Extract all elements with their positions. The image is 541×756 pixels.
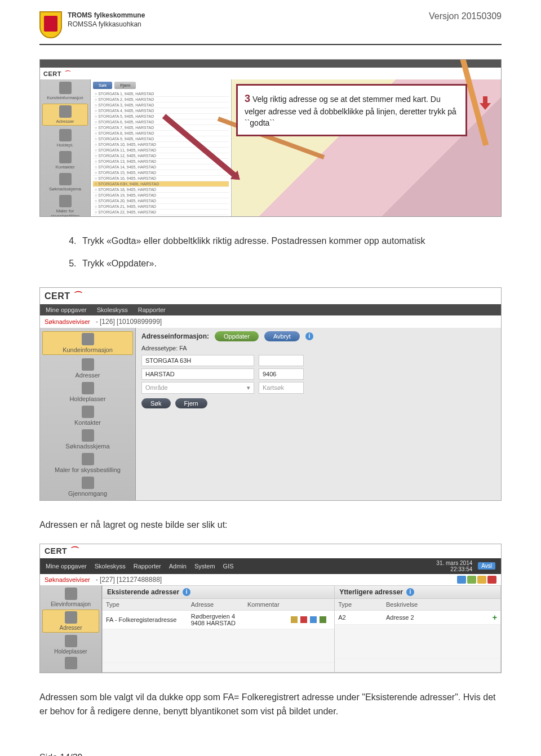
- sidebar-item-kontakter[interactable]: Kontakter: [42, 406, 133, 426]
- sidebar-item-holdeplasser[interactable]: Holdeplasser: [42, 382, 133, 402]
- wizard-title: Søknadsveiviser: [45, 318, 90, 325]
- info-icon[interactable]: i: [406, 588, 414, 596]
- menu-admin[interactable]: Admin: [169, 563, 187, 570]
- adresseinfo-label: Adresseinformasjon:: [141, 332, 209, 340]
- cert-logo: CERT: [43, 70, 61, 77]
- poststed-field[interactable]: HARSTAD: [141, 368, 254, 380]
- omrade-select[interactable]: Område: [141, 382, 254, 394]
- para-bottom: Adressen som ble valgt vil da dukke opp …: [39, 690, 502, 719]
- cert-logo-3: CERT: [45, 546, 67, 555]
- org-line-1: TROMS fylkeskommune: [68, 11, 145, 20]
- tab-sok[interactable]: Søk: [93, 82, 112, 89]
- avbryt-button[interactable]: Avbryt: [264, 331, 300, 341]
- shot1-sidebar: Kundeinformasjon Adresser Holdepl. Konta…: [40, 79, 91, 217]
- table-row[interactable]: A2 Adresse 2 +: [335, 610, 500, 624]
- crest-icon: [39, 11, 62, 38]
- sidebar-item-adresser[interactable]: Adresser: [42, 104, 88, 126]
- postnr-field[interactable]: 9406: [259, 368, 304, 380]
- add-plus-icon[interactable]: +: [493, 613, 497, 622]
- page-footer: Side 14/39: [39, 753, 502, 756]
- icon-1[interactable]: [457, 576, 466, 584]
- cert-swoosh-icon: ⌒: [70, 545, 79, 557]
- instruction-list: Trykk «Godta» eller dobbeltklikk riktig …: [56, 234, 502, 270]
- delete-icon[interactable]: [300, 616, 307, 623]
- eksisterende-adresser-table: Type Adresse Kommentar FA - Folkeregiste…: [103, 599, 334, 663]
- time-label: 22:33:54: [436, 566, 472, 572]
- menu-rapporter[interactable]: Rapporter: [134, 563, 161, 570]
- page-header: TROMS fylkeskommune ROMSSA fylkkasuohkan…: [39, 11, 502, 45]
- sidebar-item-elevinformasjon[interactable]: Elevinformasjon: [42, 588, 99, 607]
- ytterligere-adresser-title: Ytterligere adresser: [339, 588, 403, 596]
- wizard-id-3: - [227] [12127488888]: [96, 576, 162, 584]
- check-icon[interactable]: [320, 616, 326, 623]
- fjern-button[interactable]: Fjern: [175, 398, 207, 408]
- gateadresse-field[interactable]: STORGATA 63H: [141, 355, 254, 366]
- edit-pencil-icon[interactable]: [291, 616, 298, 623]
- version-label: Versjon 20150309: [429, 11, 502, 21]
- avslutt-button[interactable]: Avsl: [478, 562, 495, 570]
- sok-button[interactable]: Søk: [141, 398, 171, 408]
- table-row[interactable]: FA - Folkeregisteradresse Rødbergveien 4…: [103, 610, 334, 629]
- screenshot-1: CERT ⌒ Kundeinformasjon Adresser Holdepl…: [39, 59, 502, 217]
- menu-gis[interactable]: GIS: [223, 563, 234, 570]
- tab-fjern[interactable]: Fjern: [114, 82, 136, 89]
- sidebar-item-kundeinformasjon[interactable]: Kundeinformasjon: [42, 331, 133, 355]
- menu-rapporter[interactable]: Rapporter: [138, 306, 166, 313]
- shot2-menubar: Mine oppgaver Skoleskyss Rapporter: [40, 304, 501, 315]
- para-after-shot2: Adressen er nå lagret og neste bilde ser…: [39, 518, 502, 532]
- oppdater-button[interactable]: Oppdater: [215, 331, 259, 341]
- icon-3[interactable]: [477, 576, 486, 584]
- org-line-2: ROMSSA fylkkasuohkan: [68, 20, 145, 29]
- screenshot-3: CERT ⌒ Mine oppgaver Skoleskyss Rapporte…: [39, 544, 502, 673]
- wizard-id: - [126] [10109899999]: [96, 318, 162, 326]
- enhet-field[interactable]: [259, 355, 304, 366]
- step-4: Trykk «Godta» eller dobbeltklikk riktig …: [79, 234, 502, 248]
- menu-skoleskyss[interactable]: Skoleskyss: [97, 306, 128, 313]
- cert-swoosh-icon: ⌒: [74, 290, 83, 302]
- address-result-list[interactable]: Søk Fjern ○ STORGATA 1, 9405, HARSTAD ○ …: [91, 79, 232, 217]
- sidebar-item-gjennomgang[interactable]: Gjennomgang: [42, 477, 133, 497]
- arrow-down-icon: [481, 96, 490, 110]
- kartsok-field[interactable]: Kartsøk: [259, 382, 304, 394]
- icon-2[interactable]: [467, 576, 476, 584]
- info-icon[interactable]: i: [305, 332, 313, 340]
- sidebar-item-adresser[interactable]: Adresser: [42, 358, 133, 379]
- menu-system[interactable]: System: [194, 563, 215, 570]
- sidebar-item-soknadsskjema[interactable]: Søknadsskjema: [42, 429, 133, 450]
- cert-swoosh-icon: ⌒: [65, 69, 71, 78]
- menu-mine-oppgaver[interactable]: Mine oppgaver: [46, 563, 87, 570]
- ytterligere-adresser-table: Type Beskrivelse A2 Adresse 2 +: [335, 599, 500, 659]
- info-icon[interactable]: i: [183, 588, 190, 596]
- cert-logo-2: CERT: [45, 291, 70, 301]
- list-row-selected[interactable]: ○ STORGATA 63H, 9406, HARSTAD: [93, 181, 229, 187]
- menu-mine-oppgaver[interactable]: Mine oppgaver: [46, 306, 87, 313]
- adressetype-label: Adressetype: FA: [141, 345, 495, 352]
- callout-step-3: 3 Velg riktig adresse og se at det stemm…: [236, 84, 467, 136]
- sidebar-item-adresser[interactable]: Adresser: [42, 610, 99, 633]
- step-5: Trykk «Oppdater».: [79, 256, 502, 271]
- window-control-icons: [457, 576, 496, 584]
- map-icon[interactable]: [310, 616, 317, 623]
- screenshot-2: CERT ⌒ Mine oppgaver Skoleskyss Rapporte…: [39, 287, 502, 501]
- eksisterende-adresser-title: Eksisterende adresser: [107, 588, 179, 596]
- sidebar-item-maler[interactable]: Maler for skyssbestilling: [42, 453, 133, 473]
- wizard-title-3: Søknadsveiviser: [45, 576, 90, 583]
- menu-skoleskyss[interactable]: Skoleskyss: [95, 563, 126, 570]
- sidebar-item-holdeplasser[interactable]: Holdeplasser: [42, 635, 99, 655]
- date-label: 31. mars 2014: [436, 560, 472, 566]
- map-panel[interactable]: 3 Velg riktig adresse og se at det stemm…: [232, 79, 501, 217]
- icon-4[interactable]: [487, 576, 496, 584]
